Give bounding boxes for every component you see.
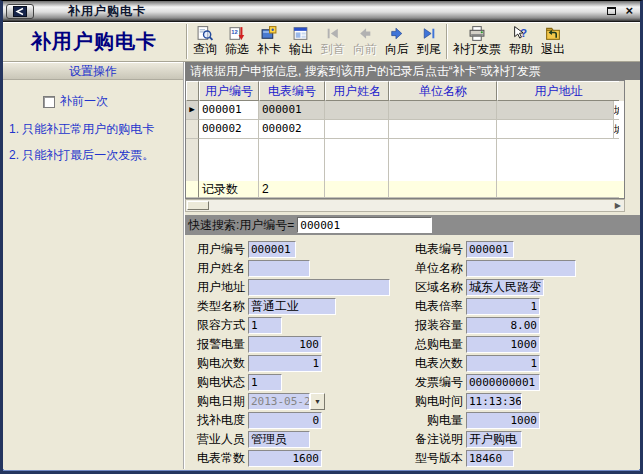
svg-text:12: 12: [231, 29, 238, 35]
column-header-unit-name[interactable]: 单位名称: [389, 81, 497, 101]
help-button[interactable]: ? 帮助: [505, 22, 537, 61]
purchase-count-label: 购电次数: [187, 355, 245, 372]
area-name-field[interactable]: 城东人民路变: [466, 279, 544, 296]
operator-field[interactable]: 管理员: [248, 431, 310, 448]
empty-cell: [259, 139, 325, 181]
empty-cell: [199, 139, 259, 181]
column-header-user-id[interactable]: 用户编号: [199, 81, 259, 101]
empty-cell: [389, 139, 497, 181]
purchase-time-field[interactable]: 11:13:36: [466, 393, 522, 410]
reprint-invoice-button[interactable]: 补打发票: [449, 22, 505, 61]
total-energy-label: 总购电量: [403, 336, 463, 353]
meter-id-field[interactable]: 000001: [466, 241, 514, 258]
user-id-label: 用户编号: [187, 241, 245, 258]
toolbar-separator: [186, 24, 188, 59]
user-name-label: 用户姓名: [187, 260, 245, 277]
previous-record-button: 向前: [349, 22, 381, 61]
table-row[interactable]: 000002 000002 城: [186, 120, 624, 139]
cell-user-name[interactable]: [325, 120, 389, 139]
installed-capacity-label: 报装容量: [403, 317, 463, 334]
filter-button[interactable]: 12 筛选: [221, 22, 253, 61]
cell-user-name[interactable]: [325, 101, 389, 120]
cell-meter-id[interactable]: 000002: [259, 120, 325, 139]
column-header-user-name[interactable]: 用户姓名: [325, 81, 389, 101]
table-row[interactable]: ▶ 000001 000001 城: [186, 101, 624, 120]
exit-folder-icon: [544, 24, 562, 43]
cell-unit-name[interactable]: [389, 120, 497, 139]
unit-name-field[interactable]: [466, 260, 576, 277]
grid-empty-area: [186, 139, 624, 181]
clipped-next-column: 城: [614, 120, 619, 139]
reissue-card-button-label: 补卡: [257, 43, 281, 56]
cell-meter-id[interactable]: 000001: [259, 101, 325, 120]
pre-previous-checkbox-label[interactable]: 补前一次: [60, 93, 108, 110]
cell-user-id[interactable]: 000002: [199, 120, 259, 139]
calendar-filter-icon: 12: [228, 24, 246, 43]
reissue-card-button[interactable]: 补卡: [253, 22, 285, 61]
quick-search-bar: 快速搜索:用户编号=: [185, 215, 640, 235]
sidebar-note-2: 2. 只能补打最后一次发票。: [9, 148, 179, 162]
meter-constant-field[interactable]: 1600: [248, 450, 322, 467]
app-logo-icon: [6, 4, 34, 19]
close-button[interactable]: ×: [625, 6, 633, 16]
titlebar[interactable]: 补用户购电卡 ×: [3, 1, 640, 22]
purchase-energy-field[interactable]: 1000: [466, 412, 540, 429]
next-record-button[interactable]: 向后: [381, 22, 413, 61]
first-record-button: 到首: [317, 22, 349, 61]
search-icon: [196, 24, 214, 43]
column-header-user-address[interactable]: 用户地址: [497, 81, 619, 101]
quick-search-input[interactable]: [297, 217, 432, 233]
cell-unit-name[interactable]: [389, 101, 497, 120]
alarm-energy-label: 报警电量: [187, 336, 245, 353]
purchase-count-field[interactable]: 1: [248, 355, 322, 372]
user-id-field[interactable]: 000001: [248, 241, 296, 258]
cell-user-address[interactable]: [497, 120, 614, 139]
installed-capacity-field[interactable]: 8.00: [466, 317, 540, 334]
purchase-date-field[interactable]: 2013-05-25: [248, 393, 310, 410]
meter-count-field[interactable]: 1: [466, 355, 540, 372]
column-header-meter-id[interactable]: 电表编号: [259, 81, 325, 101]
scroll-right-arrow-icon[interactable]: ▶: [615, 200, 621, 211]
model-version-field[interactable]: 18460: [466, 450, 514, 467]
user-record-grid[interactable]: 用户编号 电表编号 用户姓名 单位名称 用户地址 ▶ 000001 000001: [185, 80, 625, 199]
alarm-energy-field[interactable]: 100: [248, 336, 322, 353]
row-marker: [186, 120, 199, 139]
user-name-field[interactable]: [248, 260, 310, 277]
maximize-button[interactable]: [607, 7, 616, 15]
invoice-no-field[interactable]: 0000000001: [466, 374, 540, 391]
total-energy-field[interactable]: 1000: [466, 336, 540, 353]
type-name-label: 类型名称: [187, 298, 245, 315]
horizontal-scrollbar[interactable]: ▶: [185, 199, 625, 212]
model-version-label: 型号版本: [403, 450, 463, 467]
app-window: 补用户购电卡 × 补用户购电卡 查询 12 筛选 补卡: [0, 0, 643, 474]
adjust-energy-field[interactable]: 0: [248, 412, 322, 429]
empty-cell: [497, 139, 619, 181]
main-area: 设置操作 补前一次 1. 只能补正常用户的购电卡 2. 只能补打最后一次发票。 …: [3, 62, 640, 469]
exit-button[interactable]: 退出: [537, 22, 569, 61]
query-button-label: 查询: [193, 43, 217, 56]
current-row-marker-icon: ▶: [186, 101, 199, 120]
content-area: 请根据用户申报信息, 搜索到该用户的记录后点击“补卡”或补打发票 用户编号 电表…: [185, 62, 640, 469]
type-name-field[interactable]: 普通工业: [248, 298, 336, 315]
user-address-field[interactable]: [248, 279, 390, 296]
cell-user-id[interactable]: 000001: [199, 101, 259, 120]
remark-field[interactable]: 开户购电: [466, 431, 522, 448]
purchase-energy-label: 购电量: [403, 412, 463, 429]
previous-record-button-label: 向前: [353, 43, 377, 56]
arrow-prev-icon: [356, 24, 374, 43]
next-record-button-label: 向后: [385, 43, 409, 56]
purchase-date-dropdown-icon[interactable]: ▼: [310, 393, 325, 410]
scrollbar-thumb[interactable]: [187, 201, 209, 210]
area-name-label: 区域名称: [403, 279, 463, 296]
output-button[interactable]: 输出: [285, 22, 317, 61]
cell-user-address[interactable]: [497, 101, 614, 120]
purchase-status-label: 购电状态: [187, 374, 245, 391]
last-record-button[interactable]: 到尾: [413, 22, 445, 61]
meter-ratio-field[interactable]: 1: [466, 298, 540, 315]
grid-marker-header: [186, 81, 199, 101]
query-button[interactable]: 查询: [189, 22, 221, 61]
meter-count-label: 电表次数: [403, 355, 463, 372]
limit-mode-field[interactable]: 1: [248, 317, 282, 334]
pre-previous-checkbox[interactable]: [43, 96, 55, 108]
purchase-status-field[interactable]: 1: [248, 374, 282, 391]
